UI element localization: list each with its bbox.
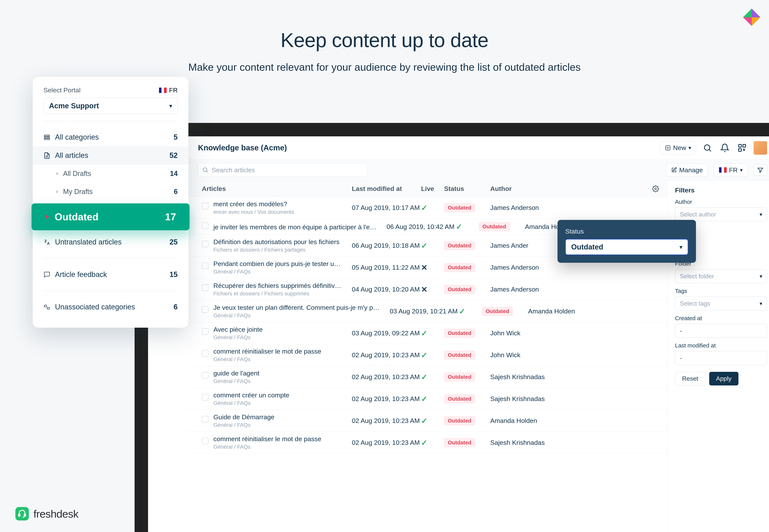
article-author: Amanda Holden: [528, 307, 650, 315]
table-settings-button[interactable]: [650, 185, 661, 192]
status-badge: Outdated: [444, 351, 475, 360]
article-date: 02 Aug 2019, 10:23 AM: [352, 417, 421, 424]
article-live: ✓: [421, 373, 444, 381]
new-button[interactable]: New ▾: [660, 141, 696, 154]
filter-tags-select[interactable]: Select tags▾: [675, 297, 767, 310]
article-author: James Anderson: [490, 286, 650, 293]
sidebar-item-outdated[interactable]: Outdated 17: [32, 203, 189, 230]
laptop-frame: Knowledge base (Acme) New ▾: [134, 123, 769, 532]
table-row[interactable]: ment créer des modèles?encer avec nous /…: [186, 197, 667, 219]
col-live: Live: [421, 185, 444, 192]
status-popover-select[interactable]: Outdated ▾: [565, 239, 688, 255]
notifications-button[interactable]: [719, 142, 731, 154]
search-button[interactable]: [702, 142, 713, 154]
table-row[interactable]: Guide de DémarrageGénéral / FAQs02 Aug 2…: [186, 410, 667, 432]
filter-lastmod-select[interactable]: -: [675, 351, 767, 365]
article-title: Définition des autorisations pour les fi…: [214, 238, 348, 246]
hero-title: Keep content up to date: [0, 29, 769, 52]
check-icon: ✓: [421, 395, 428, 403]
table-row[interactable]: comment créer un compteGénéral / FAQs02 …: [186, 388, 667, 410]
sidebar-item-my-drafts[interactable]: My Drafts 6: [33, 183, 188, 201]
filter-created-select[interactable]: -: [675, 324, 767, 338]
table-row[interactable]: Récupérer des fichiers supprimés définit…: [186, 278, 667, 300]
article-live: ✓: [456, 222, 479, 231]
article-title: comment réinitialiser le mot de passe: [214, 435, 348, 443]
apply-button[interactable]: Apply: [709, 372, 738, 385]
sidebar-locale: FR: [169, 86, 177, 94]
portal-select[interactable]: Acme Support ▾: [43, 98, 177, 114]
apps-button[interactable]: [736, 142, 748, 154]
filter-toggle-button[interactable]: [754, 164, 767, 176]
sidebar-item-all-drafts[interactable]: All Drafts 14: [33, 165, 188, 183]
check-icon: ✓: [421, 351, 428, 359]
row-checkbox[interactable]: [202, 394, 209, 400]
svg-point-5: [203, 168, 207, 172]
row-checkbox[interactable]: [202, 372, 209, 379]
row-checkbox[interactable]: [202, 438, 209, 444]
row-checkbox[interactable]: [202, 203, 209, 209]
row-checkbox[interactable]: [202, 241, 209, 247]
sidebar-item-all-articles[interactable]: All articles 52: [33, 146, 188, 165]
sidebar-item-unassociated[interactable]: Unassociated categories 6: [33, 298, 188, 316]
status-badge: Outdated: [444, 438, 475, 447]
article-path: Général / FAQs: [214, 422, 348, 428]
article-date: 03 Aug 2019, 10:21 AM: [390, 307, 459, 315]
gear-icon: [652, 185, 659, 192]
row-checkbox[interactable]: [202, 328, 209, 335]
article-live: ✓: [421, 329, 444, 338]
reset-button[interactable]: Reset: [675, 372, 705, 385]
article-path: encer avec nous / Vos documents: [214, 209, 348, 215]
article-title: Pendant combien de jours puis-je tester …: [214, 260, 348, 268]
status-badge: Outdated: [479, 222, 510, 231]
freshdesk-logo-icon: [15, 507, 29, 520]
table-row[interactable]: guide de l'agentGénéral / FAQs02 Aug 201…: [186, 366, 667, 388]
table-row[interactable]: Avec pièce jointeGénéral / FAQs03 Aug 20…: [186, 322, 667, 344]
article-date: 02 Aug 2019, 10:23 AM: [352, 351, 421, 359]
col-last-modified: Last modified at: [352, 185, 421, 192]
freshdesk-brand: freshdesk: [15, 507, 78, 520]
article-title: Avec pièce jointe: [214, 326, 348, 333]
article-date: 02 Aug 2019, 10:23 AM: [352, 395, 421, 403]
svg-point-6: [655, 188, 657, 190]
filter-folder-select[interactable]: Select folder▾: [675, 269, 767, 283]
check-icon: ✓: [421, 373, 428, 381]
row-checkbox[interactable]: [202, 306, 209, 313]
svg-rect-8: [44, 137, 50, 138]
table-row[interactable]: comment réinitialiser le mot de passeGén…: [186, 344, 667, 366]
avatar[interactable]: [754, 141, 767, 155]
row-checkbox[interactable]: [202, 263, 209, 269]
search-input[interactable]: Search articles: [198, 163, 367, 177]
chevron-down-icon: ▾: [760, 211, 762, 218]
svg-rect-10: [44, 305, 47, 307]
topbar: Knowledge base (Acme) New ▾: [148, 136, 769, 159]
svg-rect-2: [739, 144, 741, 147]
article-date: 03 Aug 2019, 09:22 AM: [352, 329, 421, 337]
manage-button[interactable]: Manage: [666, 163, 708, 177]
status-badge: Outdated: [444, 373, 475, 381]
sidebar-item-all-categories[interactable]: All categories 5: [33, 128, 188, 146]
status-badge: Outdated: [482, 307, 513, 316]
table-row[interactable]: Je veux tester un plan différent. Commen…: [186, 300, 667, 322]
col-articles: Articles: [192, 185, 352, 192]
row-checkbox[interactable]: [202, 350, 209, 357]
article-date: 07 Aug 2019, 10:17 AM: [352, 204, 421, 211]
col-author: Author: [490, 185, 650, 192]
dot-icon: [56, 172, 58, 175]
row-checkbox[interactable]: [202, 416, 209, 422]
language-button[interactable]: FR ▾: [714, 163, 748, 177]
row-checkbox[interactable]: [202, 222, 209, 229]
row-checkbox[interactable]: [202, 284, 209, 291]
sidebar-item-feedback[interactable]: Article feedback 15: [33, 265, 188, 284]
filters-title: Filters: [675, 186, 767, 194]
folders-icon: [43, 134, 50, 141]
check-icon: ✓: [421, 329, 428, 337]
status-badge: Outdated: [444, 263, 475, 272]
filter-author-select[interactable]: Select author▾: [675, 207, 767, 221]
table-row[interactable]: comment réinitialiser le mot de passeGén…: [186, 432, 667, 454]
svg-rect-13: [24, 514, 26, 516]
chevron-down-icon: ▾: [760, 300, 762, 307]
article-author: John Wick: [490, 329, 650, 337]
sidebar-item-untranslated[interactable]: Untranslated articles 25: [33, 233, 188, 251]
svg-rect-11: [47, 307, 50, 309]
article-author: Sajesh Krishnadas: [490, 395, 650, 403]
